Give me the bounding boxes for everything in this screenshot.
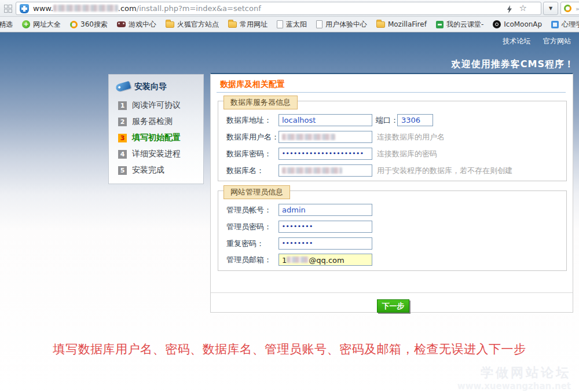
browser-window: www..com/install.php?m=index&a=setconf ☆… [0,0,579,392]
step-label: 填写初始配置 [132,133,181,143]
tag-icon [115,81,131,92]
step-read-license: 1 阅读许可协议 [118,100,181,111]
browser-toolbar: www..com/install.php?m=index&a=setconf ☆… [0,0,579,17]
url-domain-suffix: .com [118,4,137,13]
url-prefix: www. [33,4,53,13]
step-install-progress: 4 详细安装进程 [118,149,181,159]
step-number: 2 [118,118,127,126]
folder-icon [376,21,385,28]
green-square-icon [436,21,444,28]
step-label: 详细安装进程 [132,149,181,159]
step-number: 1 [118,101,127,110]
bookmark-folder[interactable]: 火狐官方站点 [161,17,223,32]
welcome-banner: 欢迎使用推券客CMS程序！ [452,58,574,71]
link-official-site[interactable]: 官方网站 [543,37,571,45]
green-plus-circle-icon: + [22,20,30,28]
db-port-input[interactable]: 3306 [397,114,433,126]
site-identity-shield-icon[interactable] [20,4,29,13]
bookmark-label: 心理学从这里 [562,20,579,30]
search-engine-icon [564,5,571,12]
step-server-check: 2 服务器检测 [118,116,173,127]
instruction-text: 填写数据库用户名、密码、数据库名、管理员账号、密码及邮箱，检查无误进入下一步 [0,341,579,357]
lightning-icon[interactable] [506,5,513,13]
admin-email-input[interactable]: 1@qq.com [278,254,372,266]
admin-email-label: 管理员邮箱： [226,254,272,266]
folder-icon [228,21,237,28]
bookmark-label: 360搜索 [80,20,108,30]
db-name-input[interactable] [278,164,372,177]
site-admin-legend: 网站管理员信息 [223,185,290,199]
bookmark-item[interactable]: IcoMoonAp [488,17,547,32]
redacted-value [282,167,342,174]
bookmark-item[interactable]: +网址大全 [17,17,65,32]
wizard-title: 安装向导 [134,82,167,92]
bookmark-item[interactable]: 用户体验中心 [312,17,372,32]
step-number: 5 [118,166,127,175]
step-label: 安装完成 [132,165,164,175]
db-host-label: 数据库地址： [226,114,272,126]
folder-icon [166,21,174,28]
redacted-value [282,134,335,140]
page-icon [277,20,283,28]
bookmark-label: 常用网址 [240,20,267,30]
address-bar[interactable]: www..com/install.php?m=index&a=setconf ☆ [16,2,541,15]
bookmark-folder[interactable]: MozillaFiref [372,17,431,32]
config-panel: 数据库及相关配置 数据库服务器信息 数据库地址： localhost 端口： 3… [210,73,573,313]
db-name-label: 数据库名： [226,164,264,177]
admin-password-input[interactable]: •••••••• [278,221,372,233]
step-number: 3 [118,134,127,142]
bookmark-folder[interactable]: 常用网址 [223,17,272,32]
db-user-input[interactable] [278,131,372,143]
redacted-value [287,257,309,263]
url-text: www..com/install.php?m=index&a=setconf [33,4,261,13]
db-host-input[interactable]: localhost [278,114,372,126]
title-divider [217,92,566,93]
step-label: 服务器检测 [132,116,173,127]
bookmark-item[interactable]: 蓝太阳 [272,17,312,32]
360-search-icon [70,21,78,28]
db-password-label: 数据库密码： [226,148,272,160]
bookmarks-bar: 精选 +网址大全 360搜索 游戏中心 火狐官方站点 常用网址 蓝太阳 用户体验… [0,17,579,32]
bookmark-item[interactable]: 我的云课堂- [431,17,488,32]
tab-groups-icon[interactable] [4,5,12,13]
watermark-line1: 学做网站论坛 [457,365,571,381]
step-label: 阅读许可协议 [132,100,181,111]
bookmark-label: MozillaFiref [388,20,427,28]
blue-square-icon [551,21,559,28]
db-user-hint: 连接数据库的用户名 [377,131,445,143]
step-initial-config-active: 3 填写初始配置 [118,133,181,143]
bookmark-item[interactable]: 精选 [0,17,17,32]
watermark-line2: www.xuewangzhan.net [457,381,571,392]
bookmark-item[interactable]: 360搜索 [65,17,112,32]
admin-password-label: 管理员密码： [226,221,272,233]
db-password-hint: 连接数据库的密码 [377,148,437,160]
link-tech-forum[interactable]: 技术论坛 [503,37,530,45]
next-step-button[interactable]: 下一步 [377,299,409,313]
db-name-hint: 用于安装程序的数据库，若不存在则创建 [377,164,512,177]
email-suffix: @qq.com [309,256,344,265]
repeat-password-input[interactable]: •••••••• [278,237,372,250]
search-chevron-icon: » [576,5,579,13]
redacted-domain [53,5,118,12]
watermark: 学做网站论坛 www.xuewangzhan.net [457,365,571,391]
bookmark-label: 游戏中心 [129,20,156,30]
bookmark-label: IcoMoonAp [504,20,542,28]
panel-divider [211,292,573,293]
bookmark-item[interactable]: 心理学从这里 [547,17,579,32]
db-password-input[interactable]: ••••••••••••••••••••• [278,148,372,160]
icomoon-icon [493,20,501,28]
top-links: 技术论坛 官方网站 [492,36,571,46]
urlbar-dropdown-button[interactable]: ▼ [543,2,558,15]
step-number: 4 [118,150,127,159]
bookmark-star-icon[interactable]: ☆ [519,3,527,13]
admin-account-input[interactable]: admin [278,204,372,216]
search-box[interactable]: » [560,2,579,15]
bookmark-label: 网址大全 [33,20,61,30]
db-user-label: 数据库用户名： [226,131,279,143]
bookmark-label: 精选 [0,20,13,30]
step-install-done: 5 安装完成 [118,165,164,175]
email-prefix: 1 [282,256,287,265]
bookmark-item[interactable]: 游戏中心 [112,17,161,32]
page-icon [316,20,323,28]
gamepad-icon [117,21,126,27]
